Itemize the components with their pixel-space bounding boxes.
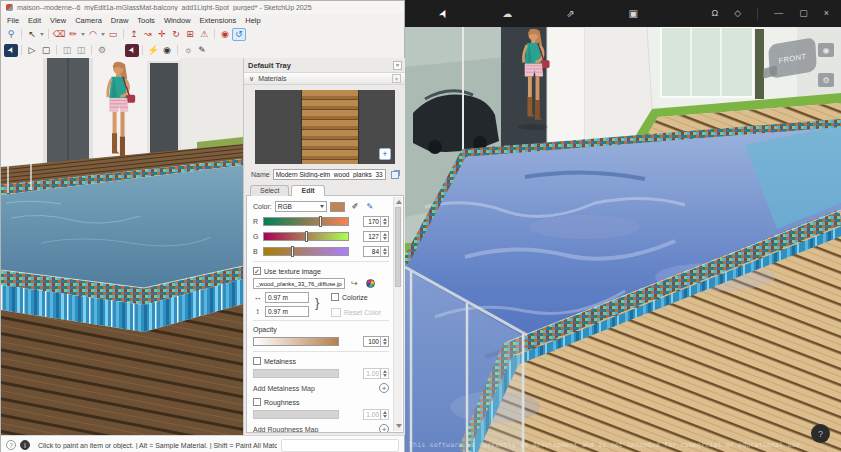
info-icon[interactable]: i (20, 440, 30, 450)
pin-icon[interactable]: ◇ (734, 9, 741, 18)
move-tool[interactable]: ✛ (155, 28, 169, 41)
tray-close-button[interactable]: × (393, 61, 402, 70)
rectangle-tool[interactable]: ▭ (106, 28, 120, 41)
add-metalness-map-button[interactable]: + (379, 383, 389, 393)
vray-titlebar[interactable]: ➤ ☁ ⇗ ▣ Ω ◇ — ▢ × (405, 0, 841, 27)
texture-width-input[interactable] (265, 292, 309, 303)
ies-light-tool[interactable]: ⚡ (146, 44, 160, 57)
spin-down[interactable] (381, 237, 388, 242)
chevron-down-icon[interactable]: ∨ (249, 75, 254, 83)
match-object-color-icon[interactable]: ✐ (352, 203, 359, 211)
vray-lights-button[interactable]: ➤ (125, 44, 139, 57)
viewport-settings-button[interactable]: ⚙ (818, 73, 834, 87)
menu-tools[interactable]: Tools (137, 16, 155, 25)
pencil-tool[interactable]: ✏ (66, 28, 80, 41)
scale-tool[interactable]: ⊞ (183, 28, 197, 41)
orbit-tool[interactable]: ↺ (232, 28, 246, 41)
pushpull-tool[interactable]: ↥ (127, 28, 141, 41)
render-settings-button[interactable]: ⚙ (95, 44, 109, 57)
warning-icon[interactable]: ⚠ (197, 28, 211, 41)
spot-light-tool[interactable]: ✎ (195, 44, 209, 57)
tray-scrollbar[interactable] (393, 197, 402, 431)
cloud-icon[interactable]: ☁ (502, 9, 512, 19)
red-slider[interactable] (263, 217, 349, 226)
viewport-render-button[interactable]: ◫ (60, 44, 74, 57)
batch-render-button[interactable]: ◫ (74, 44, 88, 57)
browse-texture-icon[interactable]: ↪ (351, 279, 358, 288)
viewport-camera-button[interactable]: ◉ (818, 43, 834, 57)
lock-aspect-icon[interactable]: } (315, 295, 319, 310)
color-wheel-icon[interactable] (366, 279, 375, 288)
slider-handle[interactable] (291, 246, 294, 257)
render-stop-button[interactable]: ▢ (39, 44, 53, 57)
render-play-button[interactable]: ▷ (25, 44, 39, 57)
followme-tool[interactable]: ↝ (141, 28, 155, 41)
close-button[interactable]: × (824, 9, 829, 18)
vray-asset-editor-button[interactable]: ➤ (4, 44, 18, 57)
snapshot-icon[interactable]: ▣ (629, 9, 638, 19)
spin-down[interactable] (381, 342, 388, 347)
chevron-down-icon[interactable] (40, 33, 44, 36)
minimize-button[interactable]: — (774, 9, 783, 18)
look-around-tool[interactable]: ◉ (218, 28, 232, 41)
menu-extensions[interactable]: Extensions (200, 16, 237, 25)
material-preview[interactable]: + (255, 90, 395, 164)
chevron-down-icon[interactable] (101, 33, 105, 36)
add-material-button[interactable]: + (379, 148, 391, 160)
menu-file[interactable]: File (7, 16, 19, 25)
use-texture-checkbox[interactable]: ✓ (253, 267, 261, 275)
slider-handle[interactable] (319, 216, 322, 227)
spin-down[interactable] (381, 222, 388, 227)
menu-view[interactable]: View (50, 16, 66, 25)
match-screen-color-icon[interactable]: ✎ (366, 203, 373, 211)
eraser-tool[interactable]: ⌫ (52, 28, 66, 41)
omni-light-tool[interactable]: ☼ (181, 44, 195, 57)
select-tool[interactable]: ↖ (25, 28, 39, 41)
texture-file-input[interactable] (253, 278, 345, 289)
zoom-tool[interactable]: ⚲ (4, 28, 18, 41)
current-color-swatch[interactable] (330, 202, 345, 212)
maximize-button[interactable]: ▢ (799, 9, 808, 18)
scrollbar-thumb[interactable] (395, 207, 401, 287)
spin-down[interactable] (381, 252, 388, 257)
metalness-checkbox[interactable] (253, 357, 261, 365)
reset-color-button[interactable]: Reset Color (344, 309, 381, 316)
texture-height-input[interactable] (265, 306, 309, 317)
menu-draw[interactable]: Draw (111, 16, 129, 25)
opacity-slider[interactable] (253, 337, 339, 346)
menu-edit[interactable]: Edit (28, 16, 41, 25)
measurements-box[interactable] (281, 439, 399, 452)
geolocation-icon[interactable]: ? (6, 440, 16, 450)
menu-help[interactable]: Help (245, 16, 260, 25)
menu-camera[interactable]: Camera (75, 16, 102, 25)
green-spinner[interactable]: 127 (363, 231, 389, 242)
slider-handle[interactable] (305, 231, 308, 242)
chevron-down-icon[interactable] (81, 33, 85, 36)
green-slider[interactable] (263, 232, 349, 241)
export-icon[interactable]: ⇗ (566, 9, 574, 19)
account-icon[interactable]: Ω (712, 9, 719, 18)
scroll-down-arrow[interactable] (396, 424, 402, 428)
blue-slider[interactable] (263, 247, 349, 256)
opacity-spinner[interactable]: 100 (363, 336, 389, 347)
dome-light-tool[interactable]: ◉ (160, 44, 174, 57)
roughness-checkbox[interactable] (253, 398, 261, 406)
menu-window[interactable]: Window (164, 16, 191, 25)
material-name-input[interactable] (273, 169, 386, 180)
rotate-tool[interactable]: ↻ (169, 28, 183, 41)
tab-select[interactable]: Select (250, 185, 289, 196)
help-button[interactable]: ? (811, 424, 830, 443)
scroll-up-arrow[interactable] (396, 200, 402, 204)
duplicate-material-icon[interactable] (391, 171, 399, 179)
tab-edit[interactable]: Edit (291, 185, 324, 196)
modeling-viewport[interactable] (1, 58, 243, 435)
add-roughness-map-button[interactable]: + (379, 424, 389, 433)
blue-spinner[interactable]: 84 (363, 246, 389, 257)
colorize-checkbox[interactable] (331, 293, 339, 301)
materials-close-button[interactable]: × (392, 74, 401, 83)
sketchup-titlebar[interactable]: maison--moderne--6_myEdit1a-mGlassMat-ba… (1, 1, 404, 14)
red-spinner[interactable]: 170 (363, 216, 389, 227)
color-space-select[interactable]: RGB (275, 201, 327, 212)
materials-section-header[interactable]: ∨ Materials × (244, 72, 406, 85)
arc-tool[interactable]: ◠ (86, 28, 100, 41)
